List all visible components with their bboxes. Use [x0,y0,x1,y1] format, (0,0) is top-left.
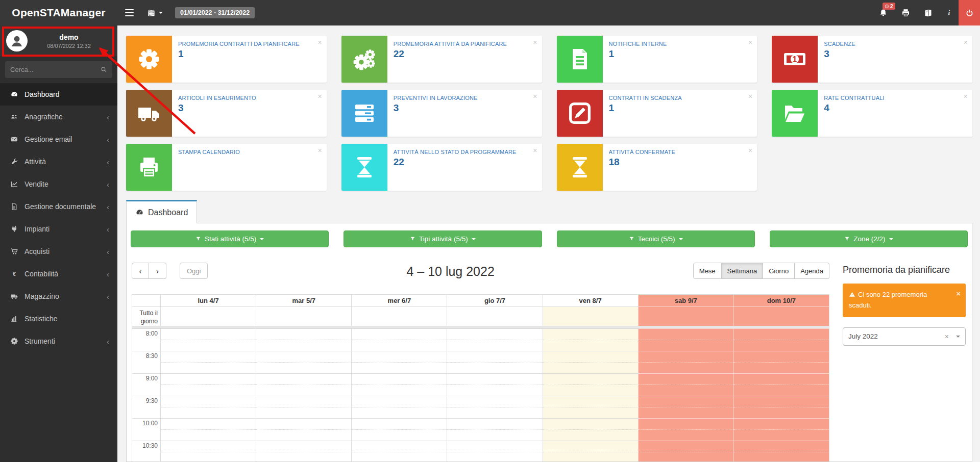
summary-card-attivit-confermate[interactable]: ATTIVITÀ CONFERMATE18× [557,144,757,191]
time-slot-mer-6-7-9-00[interactable] [351,373,447,396]
time-slot-sab-9-7-10-00[interactable] [638,418,733,441]
tab-dashboard[interactable]: Dashboard [126,200,197,223]
filter-button-tecnici-5-5[interactable]: Tecnici (5/5) [557,230,755,247]
view-button-giorno[interactable]: Giorno [763,263,795,279]
time-slot-ven-8-7-9-00[interactable] [543,373,638,396]
search-input[interactable] [5,61,112,78]
close-icon[interactable]: × [318,146,322,155]
close-icon[interactable]: × [318,38,322,46]
time-slot-mar-5-7-8-30[interactable] [256,351,351,373]
summary-card-promemoria-attivit-da-pianificare[interactable]: PROMEMORIA ATTIVITÀ DA PIANIFICARE22× [341,36,542,83]
close-icon[interactable]: × [318,92,322,100]
close-icon[interactable]: × [748,146,752,155]
sidebar-item-vendite[interactable]: Vendite‹ [0,173,117,195]
date-range-badge[interactable]: 01/01/2022 - 31/12/2022 [175,7,255,18]
time-slot-ven-8-7-10-30[interactable] [543,441,638,462]
time-slot-sab-9-7-8-30[interactable] [638,351,733,373]
time-slot-mer-6-7-8-30[interactable] [351,351,447,373]
sidebar-item-strumenti[interactable]: Strumenti‹ [0,330,117,352]
summary-card-stampa-calendario[interactable]: STAMPA CALENDARIO× [126,144,327,191]
time-slot-mer-6-7-8-00[interactable] [351,328,447,351]
calendar-prev-button[interactable]: ‹ [132,263,149,279]
all-day-cell-mer-6-7[interactable] [351,306,447,326]
search-icon[interactable] [100,66,108,73]
close-icon[interactable]: × [964,38,968,46]
time-slot-lun-4-7-8-00[interactable] [160,328,256,351]
manual-button[interactable] [917,0,939,25]
all-day-cell-sab-9-7[interactable] [638,306,733,326]
all-day-cell-gio-7-7[interactable] [447,306,542,326]
sidebar-item-gestione-email[interactable]: Gestione email‹ [0,128,117,150]
info-button[interactable]: i [939,0,959,25]
time-slot-lun-4-7-10-30[interactable] [160,441,256,462]
sidebar-item-contabilit[interactable]: €Contabilità‹ [0,263,117,285]
time-slot-gio-7-7-9-00[interactable] [447,373,542,396]
filter-button-tipi-attivit-5-5[interactable]: Tipi attività (5/5) [344,230,542,247]
alert-close-icon[interactable]: × [956,288,961,300]
time-slot-mar-5-7-8-00[interactable] [256,328,351,351]
sidebar-item-gestione-documentale[interactable]: Gestione documentale‹ [0,195,117,218]
summary-card-notifiche-interne[interactable]: NOTIFICHE INTERNE1× [557,36,757,83]
time-slot-dom-10-7-8-30[interactable] [733,351,829,373]
time-slot-dom-10-7-9-30[interactable] [733,396,829,418]
view-button-settimana[interactable]: Settimana [722,263,764,279]
all-day-cell-dom-10-7[interactable] [733,306,829,326]
notifications-button[interactable]: 2 [872,0,894,25]
time-slot-dom-10-7-8-00[interactable] [733,328,829,351]
time-slot-gio-7-7-8-00[interactable] [447,328,542,351]
summary-card-rate-contrattuali[interactable]: RATE CONTRATTUALI4× [772,90,972,137]
time-slot-mer-6-7-10-30[interactable] [351,441,447,462]
summary-card-scadenze[interactable]: 1SCADENZE3× [772,36,972,83]
sidebar-item-attivit[interactable]: Attività‹ [0,150,117,173]
sidebar-item-magazzino[interactable]: Magazzino‹ [0,285,117,307]
period-calendar-button[interactable] [147,9,163,17]
close-icon[interactable]: × [533,146,537,155]
summary-card-promemoria-contratti-da-pianificare[interactable]: PROMEMORIA CONTRATTI DA PIANIFICARE1× [126,36,327,83]
all-day-cell-lun-4-7[interactable] [160,306,256,326]
time-slot-mar-5-7-9-00[interactable] [256,373,351,396]
close-icon[interactable]: × [533,92,537,100]
time-slot-gio-7-7-10-00[interactable] [447,418,542,441]
time-slot-ven-8-7-10-00[interactable] [543,418,638,441]
summary-card-contratti-in-scadenza[interactable]: CONTRATTI IN SCADENZA1× [557,90,757,137]
time-slot-gio-7-7-8-30[interactable] [447,351,542,373]
time-slot-ven-8-7-8-00[interactable] [543,328,638,351]
logout-button[interactable] [959,0,980,25]
sidebar-item-dashboard[interactable]: Dashboard [0,83,117,106]
time-slot-dom-10-7-10-30[interactable] [733,441,829,462]
time-slot-lun-4-7-9-30[interactable] [160,396,256,418]
time-slot-ven-8-7-8-30[interactable] [543,351,638,373]
time-slot-mar-5-7-10-00[interactable] [256,418,351,441]
summary-card-attivit-nello-stato-da-programmare[interactable]: ATTIVITÀ NELLO STATO DA PROGRAMMARE22× [341,144,542,191]
month-select[interactable]: July 2022 × [843,327,966,346]
sidebar-toggle-button[interactable] [117,0,141,25]
sidebar-item-anagrafiche[interactable]: Anagrafiche‹ [0,106,117,128]
time-slot-gio-7-7-9-30[interactable] [447,396,542,418]
time-slot-dom-10-7-9-00[interactable] [733,373,829,396]
time-slot-mar-5-7-9-30[interactable] [256,396,351,418]
sidebar-item-acquisti[interactable]: Acquisti‹ [0,240,117,263]
time-slot-mar-5-7-10-30[interactable] [256,441,351,462]
close-icon[interactable]: × [748,92,752,100]
close-icon[interactable]: × [964,92,968,100]
filter-button-stati-attivit-5-5[interactable]: Stati attività (5/5) [131,230,329,247]
select-clear-icon[interactable]: × [945,332,949,341]
time-slot-lun-4-7-9-00[interactable] [160,373,256,396]
time-slot-dom-10-7-10-00[interactable] [733,418,829,441]
time-slot-sab-9-7-9-00[interactable] [638,373,733,396]
close-icon[interactable]: × [533,38,537,46]
all-day-cell-ven-8-7[interactable] [543,306,638,326]
view-button-agenda[interactable]: Agenda [795,263,829,279]
close-icon[interactable]: × [748,38,752,46]
print-button[interactable] [894,0,917,25]
view-button-mese[interactable]: Mese [693,263,722,279]
time-slot-gio-7-7-10-30[interactable] [447,441,542,462]
summary-card-preventivi-in-lavorazione[interactable]: PREVENTIVI IN LAVORAZIONE3× [341,90,542,137]
user-panel[interactable]: demo 08/07/2022 12:32 [0,25,117,56]
calendar-today-button[interactable]: Oggi [180,263,208,279]
all-day-cell-mar-5-7[interactable] [256,306,351,326]
time-slot-lun-4-7-8-30[interactable] [160,351,256,373]
time-slot-sab-9-7-8-00[interactable] [638,328,733,351]
calendar-next-button[interactable]: › [149,263,166,279]
summary-card-articoli-in-esaurimento[interactable]: ARTICOLI IN ESAURIMENTO3× [126,90,327,137]
